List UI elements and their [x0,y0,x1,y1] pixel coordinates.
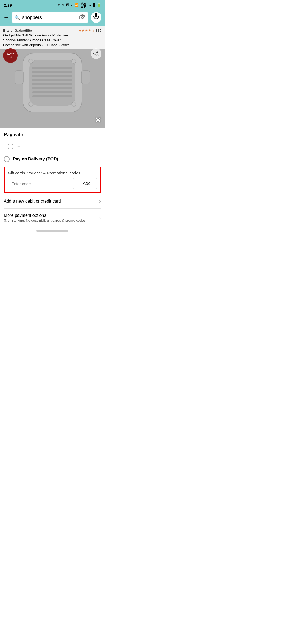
svg-line-10 [95,54,97,55]
add-card-label: Add a new debit or credit card [4,199,61,204]
svg-rect-19 [32,91,73,93]
pay-with-title: Pay with [4,132,101,138]
close-button[interactable]: ✕ [95,116,101,125]
more-options-label: More payment options [4,213,87,218]
partial-option-label: ··· [17,144,20,149]
add-card-option[interactable]: Add a new debit or credit card › [4,194,101,209]
mic-button[interactable] [91,12,102,23]
battery-status-icon: 🔋 [97,3,101,7]
svg-rect-34 [81,71,90,84]
product-title: GadgetBite Soft Silicone Armor Protectiv… [3,33,77,48]
discount-badge: 62% off [3,48,18,63]
product-stars: ★★★★☆ [78,28,95,32]
discount-off-label: off [9,56,12,59]
bottom-bar [0,227,105,234]
payment-section: Pay with ··· Pay on Delivery (POD) Gift … [0,128,105,227]
clipboard-status-icon: ☑ [70,3,73,7]
share-button[interactable] [91,48,102,59]
gmail-status-icon: M [62,3,64,7]
signal-status-icon: ▲ [89,3,92,7]
gift-card-input-row: Add [8,178,97,189]
svg-rect-17 [32,83,73,85]
bottom-pill [36,230,68,232]
svg-rect-33 [15,71,23,84]
svg-rect-13 [32,67,73,69]
more-options-sub: (Net Banking, No cost EMI, gift cards & … [4,218,87,222]
search-box[interactable]: 🔍 shoppers [12,12,88,23]
partial-payment-option[interactable]: ··· [4,141,101,152]
product-info-overlay: Brand: GadgetBite ★★★★☆ 335 GadgetBite S… [0,26,105,49]
bluetooth-status-icon: 📶 [75,3,79,7]
youwifi-status-icon: YouWiFi [80,2,87,8]
add-card-chevron-icon: › [99,198,101,204]
photos-status-icon: 🖼 [66,3,69,7]
svg-rect-18 [32,87,73,89]
camera-status-icon: ⊙ [58,3,60,7]
gift-code-input[interactable] [8,178,74,189]
back-button[interactable]: ← [3,14,9,21]
gift-card-section: Gift cards, Voucher & Promotional codes … [4,167,101,193]
status-icons: ⊙ M 🖼 ☑ 📶 YouWiFi ▲ ▋ 🔋 [58,2,101,8]
search-query-text: shoppers [22,15,77,20]
pod-label: Pay on Delivery (POD) [13,157,58,162]
svg-point-7 [97,55,98,56]
svg-rect-3 [95,13,97,17]
camera-search-icon[interactable] [79,14,85,21]
product-brand: Brand: GadgetBite [3,28,32,32]
bars-status-icon: ▋ [93,3,96,7]
product-rating-count: 335 [96,28,102,32]
partial-radio[interactable] [8,144,13,149]
svg-rect-20 [32,95,73,97]
discount-percent: 62% [7,52,14,56]
svg-rect-15 [32,75,73,77]
svg-point-1 [81,16,84,19]
pod-radio[interactable] [4,156,10,162]
more-options-chevron-icon: › [99,215,101,221]
svg-rect-2 [84,16,85,17]
gift-card-title: Gift cards, Voucher & Promotional codes [8,171,97,175]
add-code-button[interactable]: Add [77,178,97,189]
search-icon: 🔍 [15,15,20,20]
status-time: 2:29 [4,3,12,8]
product-image-area: Brand: GadgetBite ★★★★☆ 335 GadgetBite S… [0,26,105,128]
more-options-row[interactable]: More payment options (Net Banking, No co… [4,209,101,227]
svg-rect-14 [32,71,73,73]
svg-rect-16 [32,79,73,81]
svg-point-8 [94,53,95,54]
status-bar: 2:29 ⊙ M 🖼 ☑ 📶 YouWiFi ▲ ▋ 🔋 [0,0,105,10]
mic-icon [93,13,99,22]
svg-line-9 [95,52,97,53]
search-bar-area: ← 🔍 shoppers [0,10,105,26]
svg-point-6 [97,51,98,53]
svg-rect-12 [30,60,75,105]
pod-option[interactable]: Pay on Delivery (POD) [4,152,101,166]
